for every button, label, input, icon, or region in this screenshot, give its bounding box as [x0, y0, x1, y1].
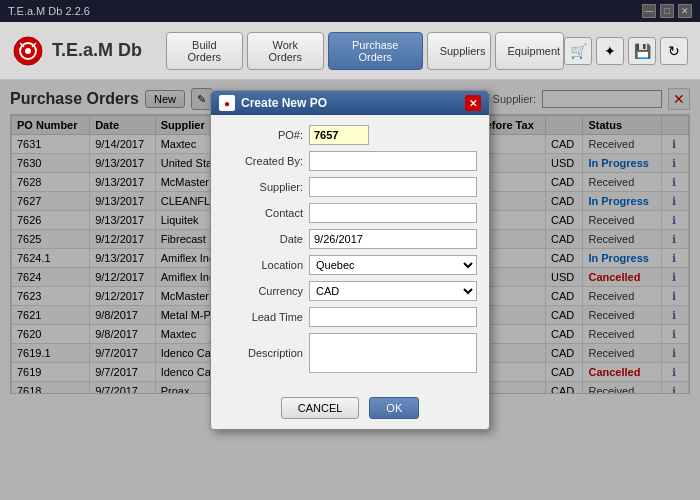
form-row-supplier: Supplier:	[223, 177, 477, 197]
date-label: Date	[223, 233, 303, 245]
main-content: Purchase Orders New ✎ Add Parts to PO Su…	[0, 80, 700, 500]
description-textarea[interactable]	[309, 333, 477, 373]
supplier-input[interactable]	[309, 177, 477, 197]
cart-icon-btn[interactable]: 🛒	[564, 37, 592, 65]
location-select[interactable]: Quebec Ontario Other	[309, 255, 477, 275]
form-row-currency: Currency CAD USD	[223, 281, 477, 301]
logo-icon	[12, 35, 44, 67]
modal-close-btn[interactable]: ✕	[465, 95, 481, 111]
refresh-icon-btn[interactable]: ↻	[660, 37, 688, 65]
cancel-button[interactable]: CANCEL	[281, 397, 360, 419]
form-row-lead-time: Lead Time	[223, 307, 477, 327]
contact-label: Contact	[223, 207, 303, 219]
ok-button[interactable]: OK	[369, 397, 419, 419]
modal-title-left: ● Create New PO	[219, 95, 327, 111]
supplier-label: Supplier:	[223, 181, 303, 193]
lead-time-label: Lead Time	[223, 311, 303, 323]
currency-select[interactable]: CAD USD	[309, 281, 477, 301]
app-logo: T.E.a.M Db	[12, 35, 142, 67]
contact-input[interactable]	[309, 203, 477, 223]
form-row-date: Date	[223, 229, 477, 249]
lead-time-input[interactable]	[309, 307, 477, 327]
form-row-po: PO#:	[223, 125, 477, 145]
app-title: T.E.a.M Db 2.2.6	[8, 5, 90, 17]
save-icon-btn[interactable]: 💾	[628, 37, 656, 65]
nav-build-orders[interactable]: Build Orders	[166, 32, 243, 70]
modal-overlay: ● Create New PO ✕ PO#: Created By:	[0, 80, 700, 500]
nav-purchase-orders[interactable]: Purchase Orders	[328, 32, 423, 70]
nav-buttons: Build Orders Work Orders Purchase Orders…	[166, 32, 564, 70]
minimize-button[interactable]: —	[642, 4, 656, 18]
modal-body: PO#: Created By: Supplier: Contact	[211, 115, 489, 389]
star-icon-btn[interactable]: ✦	[596, 37, 624, 65]
created-by-input[interactable]	[309, 151, 477, 171]
modal-title: Create New PO	[241, 96, 327, 110]
svg-point-2	[25, 48, 31, 54]
form-row-created-by: Created By:	[223, 151, 477, 171]
nav-suppliers[interactable]: Suppliers	[427, 32, 491, 70]
date-input[interactable]	[309, 229, 477, 249]
po-label: PO#:	[223, 129, 303, 141]
app-header: T.E.a.M Db Build Orders Work Orders Purc…	[0, 22, 700, 80]
form-row-description: Description	[223, 333, 477, 373]
description-label: Description	[223, 347, 303, 359]
maximize-button[interactable]: □	[660, 4, 674, 18]
modal-app-icon: ●	[219, 95, 235, 111]
nav-equipment[interactable]: Equipment	[495, 32, 564, 70]
close-button[interactable]: ✕	[678, 4, 692, 18]
po-number-input[interactable]	[309, 125, 369, 145]
modal-titlebar: ● Create New PO ✕	[211, 91, 489, 115]
create-new-po-modal: ● Create New PO ✕ PO#: Created By:	[210, 90, 490, 430]
header-right-icons: 🛒 ✦ 💾 ↻	[564, 37, 688, 65]
currency-label: Currency	[223, 285, 303, 297]
modal-footer: CANCEL OK	[211, 389, 489, 429]
location-label: Location	[223, 259, 303, 271]
form-row-location: Location Quebec Ontario Other	[223, 255, 477, 275]
logo-text: T.E.a.M Db	[52, 40, 142, 61]
form-row-contact: Contact	[223, 203, 477, 223]
created-by-label: Created By:	[223, 155, 303, 167]
nav-work-orders[interactable]: Work Orders	[247, 32, 324, 70]
window-controls: — □ ✕	[642, 4, 692, 18]
title-bar: T.E.a.M Db 2.2.6 — □ ✕	[0, 0, 700, 22]
